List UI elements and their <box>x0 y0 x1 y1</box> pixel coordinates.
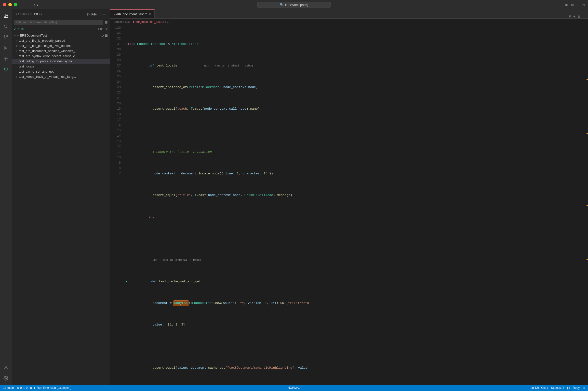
test-label: test_erb_syntax_error_doesnt_cause_c... <box>19 54 78 58</box>
breadcrumb-more[interactable]: ... <box>167 20 170 23</box>
run-triangle-icon[interactable]: ▶ <box>126 279 127 284</box>
svg-rect-3 <box>4 16 6 18</box>
back-button[interactable]: ‹ <box>34 2 35 7</box>
indentation[interactable]: Spaces: 2 <box>551 386 564 390</box>
breadcrumb-file[interactable]: erb_document_test.rb <box>135 20 164 23</box>
keyword: class <box>126 41 137 47</box>
sep-1: › <box>123 20 124 23</box>
test-item-2[interactable]: ○ test_erb_file_parses_in_eval_context <box>12 43 110 48</box>
tabs-bar: ● erb_document_test.rb × ⧉ ✦ ⊞ ··· <box>110 9 588 19</box>
filter-input[interactable] <box>14 20 103 25</box>
breadcrumb-test[interactable]: test <box>125 20 129 23</box>
tab-close-icon[interactable]: × <box>149 12 151 16</box>
run-icon: ▶ <box>30 386 33 390</box>
warning-icon: △ <box>23 386 25 390</box>
code-line-actions: Run | Run In Terminal | Debug <box>126 257 585 263</box>
svg-rect-1 <box>6 14 8 15</box>
error-icon: ⊗ <box>17 386 19 390</box>
test-item-4[interactable]: ○ test_erb_syntax_error_doesnt_cause_c..… <box>12 53 110 59</box>
svg-point-15 <box>5 366 7 368</box>
breadcrumb-server[interactable]: server <box>114 20 122 23</box>
test-item-1[interactable]: ○ test_erb_file_is_properly_parsed <box>12 38 110 43</box>
more-actions-icon[interactable]: ··· <box>103 12 106 16</box>
editor-toolbar: ⧉ ✦ ⊞ ··· <box>566 14 588 18</box>
minimize-button[interactable] <box>8 3 12 6</box>
settings-icon[interactable] <box>1 374 10 383</box>
code-line: class ERBDocumentTest < Minitest::Test <box>126 41 585 47</box>
ai-icon[interactable]: ✦ <box>573 15 576 18</box>
code-editor[interactable]: 120 46 32 31 30 29 28 27 26 25 24 23 22 … <box>110 25 588 385</box>
remote-indicator: ⊞ <box>583 386 585 390</box>
layout-toggle-icon[interactable]: ⊞ <box>578 15 581 18</box>
test-item-6[interactable]: ○ test_locate <box>12 64 110 69</box>
run-tests-icon[interactable]: ▷ <box>87 12 90 16</box>
code-line: assert_instance_of(Prism::BlockNode, nod… <box>126 85 585 90</box>
test-time: 1.0s <box>98 27 103 31</box>
scrollbar-marker-3 <box>587 205 588 206</box>
code-content: class ERBDocumentTest < Minitest::Test d… <box>124 25 585 385</box>
test-item-5[interactable]: ○ test_failing_to_parse_indicates_synta.… <box>12 59 110 64</box>
run-all-tests-icon[interactable]: ▶▶ <box>92 12 97 16</box>
vim-mode-label: -- NORMAL -- <box>285 386 303 390</box>
test-item-3[interactable]: ○ test_erb_document_handles_windows_... <box>12 48 110 53</box>
circle-icon: ○ <box>16 70 17 73</box>
more-options-icon[interactable]: ··· <box>582 15 585 18</box>
source-control-icon[interactable] <box>1 33 10 42</box>
search-text: lsp (Workspace) <box>285 3 308 7</box>
sidebar-title: Explorer (⇧⌘E) <box>16 12 42 16</box>
workspace-search[interactable]: 🔍 lsp (Workspace) <box>257 2 331 8</box>
scrollbar-marker-1 <box>587 79 588 80</box>
test-label: test_locate <box>19 65 34 68</box>
code-line-empty <box>126 344 585 349</box>
class-ref: Minitest <box>172 41 187 47</box>
inline-actions[interactable]: Run | Run In Terminal | Debug <box>181 58 253 74</box>
run-group-icon[interactable]: ▷ <box>102 34 104 37</box>
sidebar-header: Explorer (⇧⌘E) ▷ ▶▶ ⊡ ··· <box>12 9 110 19</box>
titlebar-right: ▣ ⊞ ⊟ ⊠ <box>565 3 585 7</box>
refresh-icon[interactable]: ↻ <box>105 27 108 31</box>
account-icon[interactable] <box>1 363 10 372</box>
test-group-root[interactable]: ▼ ○ ERBDocumentTest ▷ ⊡ <box>12 33 110 38</box>
circle-icon: ○ <box>16 39 17 42</box>
layout-icon-1[interactable]: ▣ <box>565 3 568 7</box>
layout-icon-3[interactable]: ⊟ <box>577 3 580 7</box>
run-extension[interactable]: ▶ ▶ Run Extension (extension) <box>30 386 71 390</box>
language-mode[interactable]: Ruby <box>573 386 580 390</box>
scrollbar-track[interactable] <box>585 25 588 385</box>
remote-icon[interactable]: ⊞ <box>583 386 585 390</box>
search-activity-icon[interactable] <box>1 22 10 31</box>
code-line: value = [1, 2, 3] <box>126 322 585 327</box>
explorer-activity-icon[interactable] <box>1 11 10 20</box>
test-item-8[interactable]: ○ test_keeps_track_of_virtual_host_lang.… <box>12 74 110 79</box>
status-bar-left: ⎇ main ⊗ 0 △ 0 ▶ ▶ Run Extension (extens… <box>3 386 71 390</box>
traffic-lights <box>3 3 17 6</box>
filter-icon: ⊟ <box>105 20 108 24</box>
search-area[interactable]: 🔍 lsp (Workspace) <box>257 2 331 8</box>
circle-icon: ○ <box>17 34 19 37</box>
maximize-button[interactable] <box>14 3 17 6</box>
forward-button[interactable]: › <box>37 2 38 7</box>
test-label: test_erb_document_handles_windows_... <box>19 49 78 53</box>
layout-icon-2[interactable]: ⊞ <box>571 3 574 7</box>
extensions-icon[interactable] <box>1 54 10 63</box>
svg-rect-0 <box>4 14 6 16</box>
goto-group-icon[interactable]: ⊡ <box>105 34 108 37</box>
go-to-test-icon[interactable]: ⊡ <box>98 12 101 16</box>
cursor-position[interactable]: Ln 126, Col 1 <box>531 386 548 390</box>
close-button[interactable] <box>3 3 6 6</box>
titlebar: ‹ › 🔍 lsp (Workspace) ▣ ⊞ ⊟ ⊠ <box>0 0 588 9</box>
errors-indicator[interactable]: ⊗ 0 △ 0 <box>17 386 27 390</box>
layout-icon-4[interactable]: ⊠ <box>582 3 585 7</box>
test-label: test_cache_set_and_get <box>19 70 54 73</box>
code-line: end <box>126 214 585 219</box>
test-item-7[interactable]: ○ test_cache_set_and_get <box>12 69 110 74</box>
testing-icon[interactable] <box>1 65 10 74</box>
chevron-down-icon: ▼ <box>14 34 16 37</box>
git-branch[interactable]: ⎇ main <box>3 386 14 390</box>
split-editor-icon[interactable]: ⧉ <box>569 14 571 18</box>
test-pass-indicator: ✓ ✓ 1/1 <box>14 27 24 31</box>
run-debug-icon[interactable] <box>1 44 10 53</box>
editor-tab[interactable]: ● erb_document_test.rb × <box>110 9 155 18</box>
svg-marker-9 <box>4 46 7 50</box>
encoding[interactable]: { } <box>567 386 570 390</box>
